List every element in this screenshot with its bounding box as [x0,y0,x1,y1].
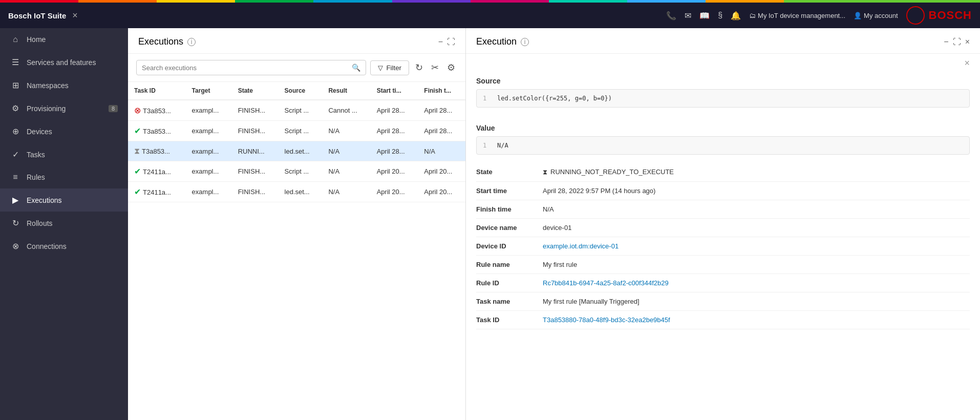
sidebar-item-executions[interactable]: ▶ Executions [0,188,128,212]
executions-minimize-button[interactable]: − [438,37,443,47]
cell-source: Script ... [279,161,323,182]
rule-name-label: Rule name [476,261,543,268]
app-title: Bosch IoT Suite [8,11,66,20]
filter-icon: ▽ [378,64,383,72]
bookmark-icon[interactable]: § [718,11,722,20]
sidebar-item-home[interactable]: ⌂ Home [0,28,128,51]
execution-detail-header: Execution i − ⛶ × [466,28,980,54]
executions-info-icon[interactable]: i [187,38,196,46]
device-mgmt-icon: 🗂 [749,12,756,19]
sidebar-label-rollouts: Rollouts [27,219,53,227]
tasks-icon: ✓ [10,150,20,159]
execution-detail-panel: Execution i − ⛶ × × Source [466,28,980,420]
table-row[interactable]: ✔T2411a... exampl... FINISH... led.set..… [128,182,465,202]
executions-maximize-button[interactable]: ⛶ [447,37,455,47]
execution-detail-maximize-button[interactable]: ⛶ [953,37,961,47]
sidebar-label-devices: Devices [27,128,52,136]
task-id-value[interactable]: T3a853880-78a0-48f9-bd3c-32ea2be9b45f [543,316,670,324]
rule-id-row: Rule ID Rc7bb841b-6947-4a25-8af2-c00f344… [476,274,970,292]
table-row[interactable]: ⊗T3a853... exampl... FINISH... Script ..… [128,100,465,121]
sidebar: ⌂ Home ☰ Services and features ⊞ Namespa… [0,28,128,420]
task-name-row: Task name My first rule [Manually Trigge… [476,292,970,311]
execution-detail-minimize-button[interactable]: − [944,37,948,47]
phone-icon[interactable]: 📞 [666,11,676,20]
executions-panel-header: Executions i − ⛶ [128,28,465,54]
col-source: Source [279,82,323,100]
sidebar-label-provisioning: Provisioning [27,104,66,113]
sidebar-item-connections[interactable]: ⊗ Connections [0,235,128,258]
table-row[interactable]: ✔T3a853... exampl... FINISH... Script ..… [128,121,465,141]
table-header-row: Task ID Target State Source Result Start… [128,82,465,100]
execution-detail-grid: State ⧗RUNNING_NOT_READY_TO_EXECUTE Star… [466,163,980,329]
sidebar-item-devices[interactable]: ⊕ Devices [0,120,128,143]
cell-start: April 28... [371,121,418,141]
devices-icon: ⊕ [10,127,20,136]
value-code-section: Value 1 N/A [466,116,980,163]
cell-target: exampl... [186,100,232,121]
header-left: Bosch IoT Suite × [8,10,78,21]
source-line-number: 1 [483,95,491,102]
cell-finish: April 28... [418,121,465,141]
sidebar-item-provisioning[interactable]: ⚙ Provisioning 8 [0,97,128,120]
my-account-icon: 👤 [854,12,862,19]
cell-task-id: ✔T2411a... [128,182,186,202]
device-id-row: Device ID example.iot.dm:device-01 [476,237,970,256]
value-label: Value [476,124,970,132]
filter-button[interactable]: ▽ Filter [370,60,409,75]
rule-name-value: My first rule [543,261,577,268]
cell-source: Script ... [279,100,323,121]
device-id-value[interactable]: example.iot.dm:device-01 [543,242,619,250]
book-icon[interactable]: 📖 [699,11,710,20]
scissors-icon[interactable]: ✂ [429,60,441,75]
ok-icon: ✔ [134,167,141,176]
device-name-value: device-01 [543,224,571,232]
col-target: Target [186,82,232,100]
col-start-time: Start ti... [371,82,418,100]
execution-detail-info-icon[interactable]: i [521,38,529,46]
bell-icon[interactable]: 🔔 [731,11,741,20]
col-result: Result [322,82,370,100]
sidebar-item-rollouts[interactable]: ↻ Rollouts [0,212,128,235]
executions-list-panel: Executions i − ⛶ 🔍 ▽ Filter [128,28,466,420]
start-time-value: April 28, 2022 9:57 PM (14 hours ago) [543,187,655,195]
execution-detail-close-button[interactable]: × [965,37,970,47]
state-label: State [476,168,543,176]
refresh-icon[interactable]: ↻ [413,60,425,75]
sidebar-item-rules[interactable]: ≡ Rules [0,166,128,188]
sidebar-item-namespaces[interactable]: ⊞ Namespaces [0,74,128,97]
source-code-content: led.setColor({r=255, g=0, b=0}) [497,95,612,102]
cell-start: April 28... [371,141,418,161]
cell-start: April 28... [371,100,418,121]
services-icon: ☰ [10,57,20,67]
col-task-id: Task ID [128,82,186,100]
rule-id-value[interactable]: Rc7bb841b-6947-4a25-8af2-c00f344f2b29 [543,279,669,287]
table-row[interactable]: ✔T2411a... exampl... FINISH... Script ..… [128,161,465,182]
sidebar-item-services[interactable]: ☰ Services and features [0,51,128,74]
cell-result: Cannot ... [322,100,370,121]
sidebar-item-tasks[interactable]: ✓ Tasks [0,143,128,166]
provisioning-badge: 8 [109,105,118,112]
cell-task-id: ✔T3a853... [128,121,186,141]
start-time-label: Start time [476,187,543,195]
cell-target: exampl... [186,161,232,182]
execution-detail-actions: − ⛶ × [944,37,970,47]
namespaces-icon: ⊞ [10,80,20,90]
cell-source: led.set... [279,182,323,202]
header-close-button[interactable]: × [72,10,78,21]
search-icon: 🔍 [352,64,360,72]
rollouts-icon: ↻ [10,218,20,228]
search-bar: 🔍 ▽ Filter ↻ ✂ ⚙ [128,54,465,82]
my-account-link[interactable]: 👤 My account [854,12,898,19]
header: Bosch IoT Suite × 📞 ✉ 📖 § 🔔 🗂 My IoT dev… [0,3,980,28]
source-label: Source [476,77,970,85]
mail-icon[interactable]: ✉ [685,11,691,20]
table-row[interactable]: ⧗T3a853... exampl... RUNNI... led.set...… [128,141,465,161]
rule-id-label: Rule ID [476,279,543,287]
device-mgmt-link[interactable]: 🗂 My IoT device management... [749,12,845,19]
cell-result: N/A [322,141,370,161]
search-input[interactable] [142,64,348,72]
source-section-close[interactable]: × [964,58,970,69]
settings-icon[interactable]: ⚙ [445,60,457,75]
header-right: 📞 ✉ 📖 § 🔔 🗂 My IoT device management... … [666,6,972,25]
sidebar-label-tasks: Tasks [27,151,45,159]
